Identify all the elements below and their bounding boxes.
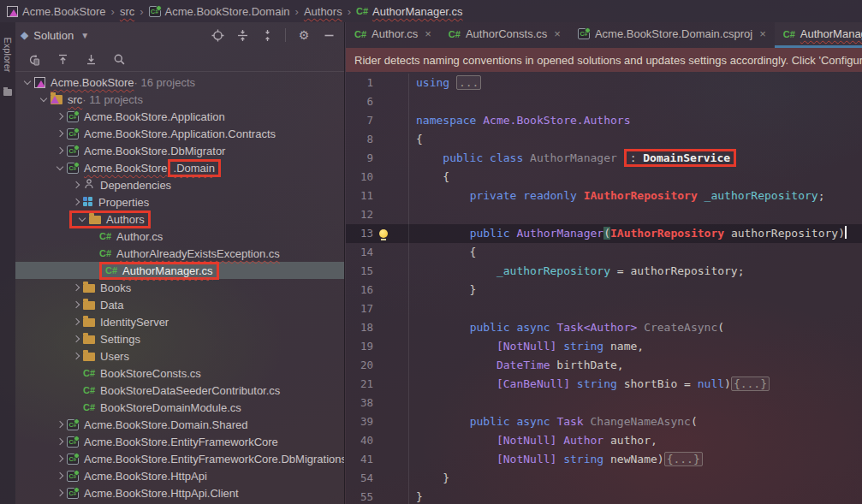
tree-row[interactable]: C#Acme.BookStore.EntityFrameworkCore: [15, 433, 344, 450]
editor-gutter[interactable]: 21: [346, 375, 409, 394]
breadcrumb-item[interactable]: Authors: [304, 5, 342, 18]
chevron-collapsed-icon[interactable]: [69, 336, 83, 341]
tree-row[interactable]: C#AuthorManager.cs: [15, 262, 344, 279]
expand-all-icon[interactable]: [235, 28, 249, 42]
breadcrumb-item[interactable]: Acme.BookStore: [7, 5, 106, 18]
chevron-collapsed-icon[interactable]: [53, 114, 67, 119]
collapse-all-icon[interactable]: [260, 28, 274, 42]
tree-row[interactable]: Authors: [15, 210, 344, 228]
chevron-expanded-icon[interactable]: [53, 167, 67, 169]
explorer-stripe-label[interactable]: Explorer: [3, 38, 13, 73]
editor-gutter[interactable]: 55: [346, 488, 409, 504]
editor-gutter[interactable]: 40: [346, 431, 409, 450]
editor-gutter[interactable]: 9: [346, 149, 409, 168]
tree-row[interactable]: Acme.BookStore · 16 projects: [15, 74, 344, 91]
tree-row[interactable]: C#Acme.BookStore.DbMigrator: [15, 142, 344, 159]
select-opened-file-icon[interactable]: [27, 53, 41, 67]
csharp-file-icon: C#: [99, 231, 111, 241]
chevron-expanded-icon[interactable]: [37, 98, 51, 101]
chevron-collapsed-icon[interactable]: [53, 148, 67, 153]
editor-gutter[interactable]: 18: [346, 318, 409, 337]
breadcrumb-item[interactable]: src: [120, 5, 134, 18]
tree-row[interactable]: Properties: [15, 193, 344, 210]
close-icon[interactable]: ×: [425, 27, 431, 40]
editor-tab[interactable]: C#AuthorConsts.cs×: [440, 22, 569, 48]
editor-gutter[interactable]: 10: [346, 168, 409, 187]
code-line: 17: [346, 299, 862, 318]
chevron-collapsed-icon[interactable]: [69, 353, 83, 359]
code-editor[interactable]: 1using ...67namespace Acme.BookStore.Aut…: [346, 72, 862, 504]
tree-row[interactable]: Data: [15, 296, 344, 313]
editor-gutter[interactable]: 38: [346, 394, 409, 412]
chevron-collapsed-icon[interactable]: [69, 285, 83, 290]
locate-icon[interactable]: [211, 28, 224, 42]
tree-row[interactable]: C#Author.cs: [15, 228, 344, 245]
tree-row[interactable]: IdentityServer: [15, 313, 344, 330]
hide-icon[interactable]: [322, 28, 336, 42]
tree-item-label: Books: [100, 282, 131, 294]
editor-gutter[interactable]: 8: [346, 130, 409, 149]
code-line: 16 }: [346, 281, 862, 299]
chevron-collapsed-icon[interactable]: [69, 182, 83, 187]
breadcrumb-item[interactable]: C#AuthorManager.cs: [356, 5, 463, 18]
editor-gutter[interactable]: 13: [346, 224, 409, 243]
tree-row[interactable]: C#Acme.BookStore.Application.Contracts: [15, 125, 344, 142]
tree-row[interactable]: C#BookStoreDataSeederContributor.cs: [15, 382, 344, 399]
tree-row[interactable]: src · 11 projects: [15, 91, 344, 108]
editor-gutter[interactable]: 1: [346, 74, 409, 92]
chevron-collapsed-icon[interactable]: [53, 456, 67, 461]
editor-tab[interactable]: C#AuthorManager.cs: [775, 22, 862, 48]
editor-gutter[interactable]: 19: [346, 337, 409, 356]
tree-row[interactable]: C#Acme.BookStore.HttpApi.Client: [15, 484, 344, 501]
breadcrumb-item[interactable]: C#Acme.BookStore.Domain: [149, 5, 290, 18]
editor-gutter[interactable]: 6: [346, 92, 409, 111]
editor-gutter[interactable]: 54: [346, 469, 409, 488]
line-number: 11: [346, 187, 373, 205]
close-icon[interactable]: ×: [554, 27, 561, 40]
chevron-collapsed-icon[interactable]: [69, 199, 83, 205]
tree-row[interactable]: C#Acme.BookStore.Domain.Shared: [15, 416, 344, 433]
tree-row[interactable]: C#BookStoreConsts.cs: [15, 365, 344, 382]
editor-gutter[interactable]: 11: [346, 187, 409, 205]
editor-gutter[interactable]: 7: [346, 111, 409, 130]
chevron-expanded-icon[interactable]: [21, 81, 34, 84]
tab-label: AuthorConsts.cs: [466, 27, 547, 40]
editor-gutter[interactable]: 39: [346, 412, 409, 431]
editor-tab[interactable]: C#Author.cs×: [346, 22, 440, 48]
editor-gutter[interactable]: 20: [346, 356, 409, 375]
tree-row[interactable]: C#BookStoreDomainModule.cs: [15, 399, 344, 416]
tree-row[interactable]: C#Acme.BookStore.EntityFrameworkCore.DbM…: [15, 450, 344, 467]
solution-view-selector[interactable]: ◆ Solution ▼: [21, 29, 211, 42]
tree-row[interactable]: Settings: [15, 330, 344, 347]
editor-gutter[interactable]: 41: [346, 450, 409, 469]
chevron-collapsed-icon[interactable]: [53, 131, 67, 136]
folder-tool-icon[interactable]: [3, 89, 12, 96]
editor-gutter[interactable]: 17: [346, 299, 409, 318]
chevron-collapsed-icon[interactable]: [69, 302, 83, 307]
editor-gutter[interactable]: 12: [346, 205, 409, 224]
tree-row[interactable]: C#AuthorAlreadyExistsException.cs: [15, 245, 344, 262]
search-icon[interactable]: [112, 53, 126, 67]
chevron-collapsed-icon[interactable]: [53, 439, 67, 444]
editor-gutter[interactable]: 15: [346, 262, 409, 281]
scroll-to-top-icon[interactable]: [56, 53, 69, 67]
tree-row[interactable]: Books: [15, 279, 344, 296]
chevron-collapsed-icon[interactable]: [69, 319, 83, 324]
scroll-to-bottom-icon[interactable]: [84, 53, 98, 67]
chevron-collapsed-icon[interactable]: [53, 422, 67, 427]
tree-row[interactable]: C#Acme.BookStore.Domain: [15, 159, 344, 176]
chevron-collapsed-icon[interactable]: [53, 490, 67, 495]
chevron-collapsed-icon[interactable]: [53, 473, 67, 478]
editor-gutter[interactable]: 16: [346, 281, 409, 299]
gear-icon[interactable]: ⚙: [297, 28, 311, 42]
tree-row[interactable]: C#Acme.BookStore.Application: [15, 108, 344, 125]
tree-row[interactable]: Dependencies: [15, 176, 344, 193]
editor-tab[interactable]: C#Acme.BookStore.Domain.csproj×: [569, 22, 775, 48]
close-icon[interactable]: ×: [759, 27, 766, 40]
tree-row[interactable]: Users: [15, 347, 344, 365]
intention-bulb-icon[interactable]: [379, 229, 388, 238]
tree-row[interactable]: C#Acme.BookStore.HttpApi: [15, 467, 344, 484]
notification-banner[interactable]: Rider detects naming conventions in open…: [346, 48, 862, 72]
editor-gutter[interactable]: 14: [346, 243, 409, 262]
chevron-expanded-icon[interactable]: [75, 218, 89, 221]
